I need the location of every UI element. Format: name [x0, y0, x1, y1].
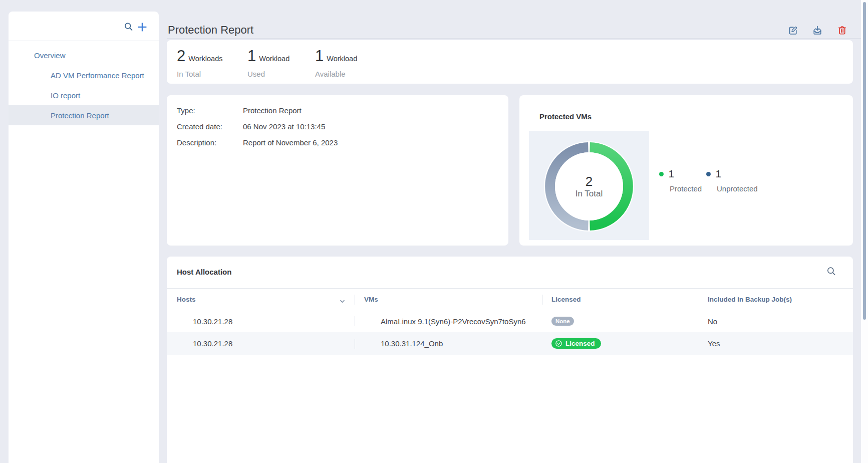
detail-row-description: Description: Report of November 6, 2023	[167, 134, 508, 150]
table-row[interactable]: 10.30.21.28 AlmaLinux 9.1(Syn6)-P2Vrecov…	[167, 310, 853, 332]
app-window: Overview AD VM Performance Report IO rep…	[0, 0, 868, 463]
legend-value: 1	[669, 168, 675, 180]
header-actions	[788, 25, 847, 35]
host-allocation-card: Host Allocation Hosts VMs	[167, 257, 853, 463]
export-report-icon[interactable]	[812, 25, 822, 35]
check-circle-icon	[555, 340, 562, 347]
detail-label: Description:	[177, 138, 243, 147]
sidebar-item-io-report[interactable]: IO report	[9, 85, 159, 105]
license-badge-none: None	[551, 317, 574, 326]
vm-cell: AlmaLinux 9.1(Syn6)-P2VrecovSyn7toSyn6	[381, 317, 526, 326]
search-icon[interactable]	[123, 22, 134, 33]
sidebar-menu: Overview AD VM Performance Report IO rep…	[9, 41, 159, 125]
legend-dot-unprotected	[706, 172, 711, 176]
edit-report-icon[interactable]	[788, 25, 798, 35]
sidebar-item-ad-vm-performance-report[interactable]: AD VM Performance Report	[9, 65, 159, 85]
stat-caption: Available	[315, 70, 357, 78]
legend-entry-protected: 1 Protected	[659, 166, 702, 193]
detail-value: 06 Nov 2023 at 10:13:45	[243, 122, 325, 131]
stat-value: 2	[177, 48, 185, 64]
license-badge-licensed: Licensed	[551, 338, 601, 349]
host-cell: 10.30.21.28	[193, 339, 232, 348]
badge-label: Licensed	[565, 340, 595, 347]
delete-report-icon[interactable]	[837, 25, 847, 35]
column-header-label: VMs	[364, 296, 378, 303]
add-report-icon[interactable]	[137, 22, 148, 33]
sidebar: Overview AD VM Performance Report IO rep…	[9, 12, 159, 463]
column-header-licensed[interactable]: Licensed	[542, 289, 698, 310]
detail-row-created-date: Created date: 06 Nov 2023 at 10:13:45	[167, 118, 508, 134]
sidebar-item-protection-report[interactable]: Protection Report	[9, 105, 159, 125]
legend-dot-protected	[659, 172, 664, 176]
included-cell: Yes	[708, 339, 720, 348]
stat-used-workloads: 1 Workload Used	[247, 48, 290, 78]
detail-value: Report of November 6, 2023	[243, 138, 338, 147]
host-allocation-title: Host Allocation	[177, 268, 231, 276]
stat-value: 1	[315, 48, 324, 64]
legend-label: Protected	[670, 184, 702, 193]
detail-value: Protection Report	[243, 106, 302, 115]
protected-vms-legend: 1 Protected 1 Unprotected	[519, 166, 853, 206]
detail-label: Created date:	[177, 122, 243, 131]
legend-entry-unprotected: 1 Unprotected	[706, 166, 758, 193]
stat-total-workloads: 2 Workloads In Total	[177, 48, 222, 78]
detail-row-type: Type: Protection Report	[167, 102, 508, 118]
protected-vms-title: Protected VMs	[539, 112, 592, 121]
column-header-included-in-backup-jobs[interactable]: Included in Backup Job(s)	[698, 289, 853, 310]
vm-cell: 10.30.31.124_Onb	[381, 339, 443, 348]
sidebar-item-label: AD VM Performance Report	[51, 71, 144, 80]
table-header-row: Hosts VMs Licensed Included in Backup Jo…	[167, 289, 853, 310]
column-header-vms[interactable]: VMs	[355, 289, 542, 310]
legend-label: Unprotected	[717, 184, 758, 193]
page-title: Protection Report	[168, 22, 253, 38]
sidebar-item-label: IO report	[51, 91, 80, 100]
stat-unit: Workload	[327, 55, 357, 63]
stat-caption: In Total	[177, 70, 222, 78]
sidebar-header	[9, 12, 159, 41]
protected-vms-card: Protected VMs 2 In Tot	[519, 95, 853, 246]
column-header-label: Licensed	[551, 296, 581, 303]
table-search-icon[interactable]	[826, 266, 837, 277]
sort-chevron-down-icon[interactable]	[340, 297, 345, 306]
stat-unit: Workload	[259, 55, 290, 63]
page-scrollbar-track[interactable]	[861, 0, 868, 463]
report-details-card: Type: Protection Report Created date: 06…	[167, 95, 508, 246]
stat-value: 1	[247, 48, 256, 64]
sidebar-item-label: Protection Report	[51, 111, 109, 120]
badge-label: None	[555, 318, 570, 324]
sidebar-item-label: Overview	[34, 51, 66, 60]
column-header-label: Hosts	[177, 296, 196, 303]
sidebar-item-overview[interactable]: Overview	[9, 45, 159, 65]
column-header-label: Included in Backup Job(s)	[708, 296, 792, 303]
stat-caption: Used	[247, 70, 290, 78]
included-cell: No	[708, 317, 717, 326]
stat-available-workloads: 1 Workload Available	[315, 48, 357, 78]
page-scrollbar-thumb[interactable]	[863, 2, 866, 320]
table-row[interactable]: 10.30.21.28 10.30.31.124_Onb Licensed Ye…	[167, 332, 853, 355]
column-header-hosts[interactable]: Hosts	[167, 289, 355, 310]
detail-label: Type:	[177, 106, 243, 115]
host-cell: 10.30.21.28	[193, 317, 232, 326]
header-divider	[167, 38, 861, 39]
legend-value: 1	[716, 168, 722, 180]
stat-unit: Workloads	[188, 55, 222, 63]
